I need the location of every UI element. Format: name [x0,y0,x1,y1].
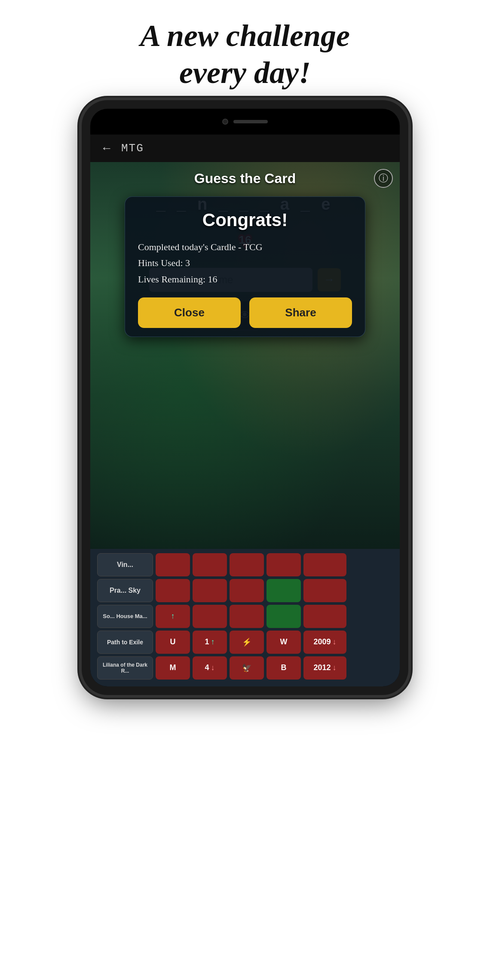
guess-col2 [156,579,190,602]
speaker-cutout [233,120,268,123]
tagline: A new challenge every day! [0,0,490,100]
modal-line3: Lives Remaining: 16 [138,271,352,287]
phone-screen: ← MTG ⓘ Guess the Card _ _ n _ _ _ a _ e… [90,135,400,686]
table-row: Path to Exile U 1 ↑ ⚡ W 2009 ↓ [97,631,393,654]
camera-cutout [222,119,228,125]
guess-name: Path to Exile [97,631,153,654]
tagline-line1: A new challenge [140,18,350,53]
table-row: Pra... Sky [97,579,393,602]
arrow-down-icon: ↓ [333,663,337,672]
guess-col2: ↑ [156,605,190,628]
guess-col4: 🦅 [230,656,264,680]
guess-col6 [303,579,346,602]
guess-name: So... House Ma... [97,605,153,628]
guess-col2 [156,553,190,576]
guess-name: Liliana of the Dark R... [97,656,153,680]
guess-col3: 4 ↓ [193,656,227,680]
guess-col2: U [156,631,190,654]
guess-col3 [193,605,227,628]
back-button[interactable]: ← [101,141,113,155]
table-row: So... House Ma... ↑ [97,605,393,628]
guess-col6: 2012 ↓ [303,656,346,680]
arrow-down-icon: ↓ [211,663,215,672]
guess-col6: 2009 ↓ [303,631,346,654]
modal-buttons: Close Share [138,297,352,328]
guess-col6 [303,605,346,628]
guess-col3: 1 ↑ [193,631,227,654]
game-area: ⓘ Guess the Card _ _ n _ _ _ a _ e ♥ 16 … [90,162,400,549]
guess-col4: ⚡ [230,631,264,654]
tagline-line2: every day! [179,55,311,90]
table-row: Liliana of the Dark R... M 4 ↓ 🦅 B 2012 … [97,656,393,680]
guess-col5: W [266,631,301,654]
congrats-modal-overlay: Congrats! Completed today's Cardle - TCG… [90,162,400,549]
guess-col6 [303,553,346,576]
guess-col4 [230,553,264,576]
guess-col5: B [266,656,301,680]
table-row: Vin... [97,553,393,576]
modal-title: Congrats! [138,210,352,230]
modal-line1: Completed today's Cardle - TCG [138,239,352,255]
guess-name: Pra... Sky [97,579,153,602]
share-button[interactable]: Share [249,297,352,328]
guess-col2: M [156,656,190,680]
guess-col4 [230,605,264,628]
modal-text: Completed today's Cardle - TCG Hints Use… [138,239,352,287]
guess-col5 [266,605,301,628]
guess-col4 [230,579,264,602]
close-button[interactable]: Close [138,297,241,328]
phone-frame: ← MTG ⓘ Guess the Card _ _ n _ _ _ a _ e… [82,100,408,695]
guess-col5 [266,579,301,602]
arrow-up-icon: ↑ [211,637,215,646]
guess-col3 [193,553,227,576]
phone-notch [90,109,400,135]
congrats-modal: Congrats! Completed today's Cardle - TCG… [125,196,365,337]
modal-line2: Hints Used: 3 [138,255,352,271]
arrow-down-icon: ↓ [333,637,337,646]
guess-col3 [193,579,227,602]
guess-col5 [266,553,301,576]
guess-name: Vin... [97,553,153,576]
arrow-up-icon: ↑ [171,612,175,621]
app-title: MTG [121,142,144,155]
app-bar: ← MTG [90,135,400,162]
guesses-area: Vin... Pra... Sky So... House Ma... ↑ [90,549,400,686]
